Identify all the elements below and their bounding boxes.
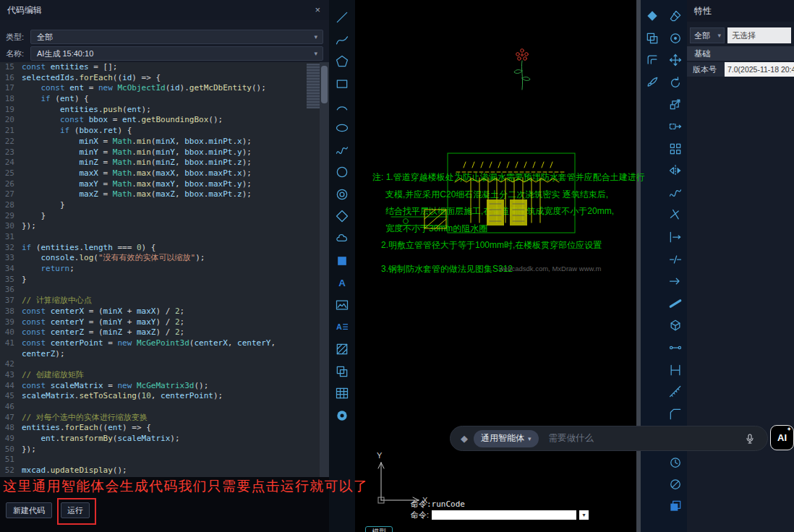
revision-cloud-tool[interactable] <box>335 231 349 246</box>
stretch-tool[interactable] <box>668 119 683 134</box>
cad-canvas[interactable]: 注: 1.管道穿越楼板处为防止渗漏水需要预埋防水套管并应配合土建进行支模,并应采… <box>355 0 636 532</box>
table-tool[interactable] <box>335 386 349 400</box>
code-line: 27 maxZ = Math.max(maxZ, bbox.maxPt.z); <box>0 189 329 200</box>
join-tool[interactable] <box>668 340 683 355</box>
spline-tool[interactable] <box>335 143 349 158</box>
trim-tool[interactable] <box>668 207 683 222</box>
code-line: 26 maxY = Math.max(maxY, bbox.maxPt.y); <box>0 179 329 190</box>
point-tool[interactable] <box>668 31 683 46</box>
polygon-tool[interactable] <box>335 54 349 69</box>
rotate-tool[interactable] <box>668 75 683 90</box>
code-line: 51 <box>0 455 329 466</box>
name-select[interactable]: AI生成 15:40:10 ▾ <box>30 46 323 61</box>
props-row-value[interactable]: 7.0(2025-11-18 20:48 <box>725 62 794 77</box>
code-line: 32if (entities.length === 0) { <box>0 243 329 254</box>
image-tool[interactable] <box>335 298 349 312</box>
circle-tool[interactable] <box>335 165 349 179</box>
hatch-tool[interactable] <box>335 342 349 356</box>
scale-tool[interactable] <box>668 97 683 111</box>
code-line: 34 return; <box>0 264 329 275</box>
pline-width-tool[interactable] <box>668 296 683 311</box>
agent-selector[interactable]: 通用智能体 ▾ <box>474 430 539 447</box>
code-line: centerZ); <box>0 349 329 360</box>
props-section-basic[interactable]: 基础 <box>687 46 794 61</box>
code-editor-panel: 代码编辑 × 类型: 全部 ▾ 名称: AI生成 15:40:10 ▾ 15co… <box>0 0 329 532</box>
matchprop-tool[interactable] <box>645 75 659 90</box>
editor-scrollbar-thumb[interactable] <box>321 66 328 103</box>
line-tool[interactable] <box>335 10 349 25</box>
explode-tool[interactable] <box>668 318 683 332</box>
time-tool[interactable] <box>668 455 683 470</box>
mtext-tool[interactable]: A <box>335 319 349 334</box>
solid-donut-tool[interactable] <box>335 408 349 423</box>
copy-tool[interactable] <box>645 31 659 46</box>
new-code-button[interactable]: 新建代码 <box>6 502 52 518</box>
run-button-highlight-box <box>57 498 96 525</box>
ellipse-tool[interactable] <box>335 121 349 135</box>
chevron-down-icon: ▾ <box>528 435 532 442</box>
text-tool[interactable]: A <box>335 275 349 290</box>
props-row-version: 版本号 7.0(2025-11-18 20:48 <box>687 62 794 77</box>
code-line: 44const scaleMatrix = new McGeMatrix3d()… <box>0 381 329 392</box>
command-history-dropdown-icon[interactable]: ▾ <box>579 510 589 520</box>
code-line: 38const centerX = (minX + maxX) / 2; <box>0 306 329 317</box>
break-tool[interactable] <box>668 252 683 267</box>
chamfer-tool[interactable] <box>668 407 683 421</box>
code-line: 17 const ent = new McObjectId(id).getMcD… <box>0 83 329 94</box>
extend-tool[interactable] <box>668 230 683 244</box>
svg-text:A: A <box>336 322 342 331</box>
code-panel-titlebar: 代码编辑 × <box>0 0 329 20</box>
move-tool[interactable] <box>668 53 683 67</box>
array-tool[interactable] <box>668 142 683 156</box>
code-line: 19 entities.push(ent); <box>0 105 329 116</box>
erase-tool[interactable] <box>668 9 683 23</box>
props-filter-select[interactable]: 全部 ▾ <box>690 27 725 43</box>
flower-symbol <box>516 49 529 61</box>
selection-status-field[interactable]: 无选择 <box>727 27 791 43</box>
command-prompt-label: 命令: <box>411 510 429 520</box>
code-line: 24 minZ = Math.min(minZ, bbox.minPt.z); <box>0 158 329 168</box>
code-editor[interactable]: 15const entities = [];16selectedIds.forE… <box>0 62 329 477</box>
spline-edit-tool[interactable] <box>668 186 683 200</box>
layer-tool[interactable] <box>668 499 683 513</box>
angle-tool[interactable] <box>668 477 683 492</box>
donut-tool[interactable] <box>335 187 349 202</box>
editor-scrollbar[interactable] <box>320 62 329 477</box>
wipeout-tool[interactable] <box>335 254 349 268</box>
code-line: 31 <box>0 232 329 243</box>
offset-tool[interactable] <box>645 53 659 67</box>
rectangle-tool[interactable] <box>335 77 349 91</box>
sparkle-icon: ✦ <box>787 426 791 432</box>
watermark-text: webcadsdk.com, MxDraw www.m <box>499 265 601 273</box>
ai-input-bar[interactable]: ◆ 通用智能体 ▾ 需要做什么 <box>450 426 768 451</box>
align-tool[interactable] <box>668 274 683 288</box>
drawing-note: 支模,并应采用C20细石混凝土分二次浇筑密实 逐筑结束后, <box>385 186 634 204</box>
code-line: 43// 创建缩放矩阵 <box>0 370 329 381</box>
ai-input-placeholder: 需要做什么 <box>549 432 594 445</box>
code-line: 33 console.log("没有有效的实体可以缩放"); <box>0 253 329 264</box>
code-line: 46 <box>0 402 329 413</box>
command-input[interactable] <box>432 510 576 520</box>
chevron-down-icon: ▾ <box>717 28 721 43</box>
code-line: 50}); <box>0 445 329 455</box>
close-icon[interactable]: × <box>315 0 320 20</box>
tutorial-annotation: 这里通用智能体会生成代码我们只需要点击运行就可以了 <box>3 477 368 496</box>
lengthen-tool[interactable] <box>668 363 683 377</box>
rotated-rect-tool[interactable] <box>335 209 349 223</box>
type-select[interactable]: 全部 ▾ <box>30 30 323 44</box>
region-tool[interactable] <box>335 364 349 379</box>
mirror-tool[interactable] <box>668 163 683 178</box>
measure-tool[interactable] <box>668 385 683 399</box>
chevron-down-icon: ▾ <box>314 30 317 43</box>
microphone-icon[interactable] <box>744 433 756 445</box>
drawing-note: 结合找平层以细面层施工,在管道周围筑成宽度不小于20mm, <box>385 203 634 220</box>
polyline-tool[interactable] <box>335 33 349 47</box>
ai-diamond-icon: ◆ <box>461 433 468 444</box>
code-line: 23 minY = Math.min(minY, bbox.minPt.y); <box>0 147 329 158</box>
arc-tool[interactable] <box>335 98 349 113</box>
code-line: 30}); <box>0 221 329 232</box>
draworder-tool[interactable] <box>645 9 659 23</box>
ai-assistant-button[interactable]: AI ✦ <box>770 425 794 450</box>
model-tab[interactable]: 模型 <box>365 526 393 532</box>
code-line: 45scaleMatrix.setToScaling(10, centerPoi… <box>0 391 329 402</box>
